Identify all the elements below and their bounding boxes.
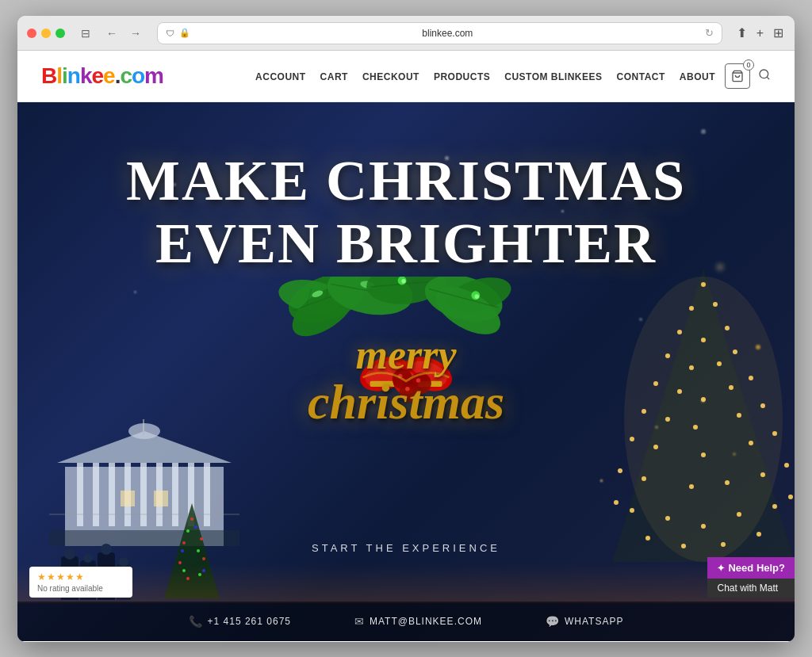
svg-rect-6 [109, 463, 115, 526]
forward-button[interactable]: → [127, 25, 144, 41]
star-rating: ★★★★★ [37, 571, 124, 583]
browser-window: ⊟ ← → 🛡 🔒 blinkee.com ↻ ⬆ + ⊞ Blinkee.co… [17, 16, 795, 642]
email-contact[interactable]: ✉ MATT@BLINKEE.COM [354, 615, 482, 628]
nav-item-custom-blinkees[interactable]: CUSTOM BLINKEES [504, 69, 602, 83]
toolbar-right: ⬆ + ⊞ [735, 24, 785, 42]
phone-number: +1 415 261 0675 [208, 616, 291, 627]
svg-rect-8 [140, 463, 147, 526]
svg-point-60 [645, 536, 650, 540]
site-logo[interactable]: Blinkee.com [41, 63, 163, 89]
svg-point-70 [202, 557, 205, 560]
svg-point-72 [186, 529, 190, 533]
window-controls: ⊟ [78, 25, 94, 41]
cta-text[interactable]: START THE EXPERIENCE [312, 542, 500, 554]
svg-point-1 [760, 70, 768, 78]
hero-footer-bar: 📞 +1 415 261 0675 ✉ MATT@BLINKEE.COM 💬 W… [17, 602, 795, 641]
rating-badge: ★★★★★ No rating available [29, 567, 132, 598]
hero-headline: MAKE CHRISTMAS EVEN BRIGHTER [17, 150, 795, 275]
chat-label: Chat with Matt [717, 583, 778, 594]
website-content: Blinkee.com ACCOUNT CART CHECKOUT PRODUC… [17, 51, 795, 642]
svg-rect-16 [121, 491, 135, 506]
sidebar-toggle-button[interactable]: ⊟ [78, 25, 94, 41]
nav-links: ACCOUNT CART CHECKOUT PRODUCTS CUSTOM BL… [255, 69, 715, 83]
help-star-icon: ✦ [717, 563, 725, 574]
nav-item-about[interactable]: ABOUT [680, 69, 715, 83]
nav-item-cart[interactable]: CART [320, 69, 348, 83]
new-tab-button[interactable]: + [755, 25, 765, 42]
help-button[interactable]: ✦ Need Help? [707, 557, 795, 579]
url-display: blinkee.com [195, 28, 700, 39]
merry-text: merry [308, 332, 504, 377]
merry-christmas-text: merry christmas [308, 332, 504, 426]
nav-item-checkout[interactable]: CHECKOUT [362, 69, 419, 83]
nav-item-account[interactable]: ACCOUNT [255, 69, 306, 83]
christmas-tree [604, 261, 795, 578]
chat-bar[interactable]: Chat with Matt [707, 579, 795, 598]
hero-section: MAKE CHRISTMAS EVEN BRIGHTER [17, 102, 795, 641]
rating-text: No rating available [37, 584, 124, 593]
traffic-lights [27, 29, 65, 38]
back-button[interactable]: ← [103, 25, 121, 41]
svg-point-56 [772, 504, 777, 509]
help-widget[interactable]: ✦ Need Help? Chat with Matt [707, 557, 795, 598]
lock-icon: 🔒 [179, 28, 190, 38]
svg-point-54 [788, 495, 793, 499]
svg-rect-5 [93, 463, 99, 526]
svg-point-53 [614, 500, 619, 505]
svg-point-68 [200, 537, 203, 540]
cart-count: 0 [743, 59, 754, 71]
whatsapp-contact[interactable]: 💬 WHATSAPP [546, 615, 623, 628]
svg-point-73 [197, 549, 200, 552]
svg-line-2 [767, 77, 769, 79]
nav-item-contact[interactable]: CONTACT [617, 69, 665, 83]
maximize-button[interactable] [56, 29, 65, 38]
email-icon: ✉ [354, 615, 365, 628]
svg-point-15 [128, 423, 160, 439]
svg-point-55 [630, 508, 634, 513]
grid-button[interactable]: ⊞ [772, 24, 785, 42]
svg-point-47 [618, 468, 622, 473]
whatsapp-icon: 💬 [546, 615, 560, 628]
svg-point-61 [756, 532, 761, 537]
nav-item-products[interactable]: PRODUCTS [434, 69, 490, 83]
reload-icon[interactable]: ↻ [705, 27, 714, 39]
headline-line2: EVEN BRIGHTER [17, 212, 795, 275]
share-button[interactable]: ⬆ [735, 24, 749, 42]
whatsapp-label: WHATSAPP [565, 616, 623, 627]
christmas-text: christmas [308, 377, 504, 426]
security-icon: 🛡 [166, 29, 174, 38]
ground-lights [17, 563, 795, 603]
phone-contact[interactable]: 📞 +1 415 261 0675 [189, 615, 291, 628]
email-address: MATT@BLINKEE.COM [370, 616, 482, 627]
cart-icon[interactable]: 0 [725, 63, 750, 89]
svg-point-48 [784, 463, 789, 468]
minimize-button[interactable] [41, 29, 51, 38]
site-navigation: Blinkee.com ACCOUNT CART CHECKOUT PRODUC… [17, 51, 795, 102]
search-icon[interactable] [758, 68, 771, 84]
address-bar[interactable]: 🛡 🔒 blinkee.com ↻ [157, 22, 722, 44]
svg-point-66 [190, 518, 193, 521]
phone-icon: 📞 [189, 615, 203, 628]
svg-point-67 [182, 541, 186, 544]
headline-line1: MAKE CHRISTMAS [17, 150, 795, 212]
svg-point-64 [624, 277, 783, 562]
browser-titlebar: ⊟ ← → 🛡 🔒 blinkee.com ↻ ⬆ + ⊞ [17, 16, 795, 51]
svg-point-77 [181, 549, 184, 552]
help-label: Need Help? [728, 562, 785, 574]
svg-rect-4 [77, 463, 83, 526]
svg-point-76 [194, 525, 197, 529]
close-button[interactable] [27, 29, 36, 38]
